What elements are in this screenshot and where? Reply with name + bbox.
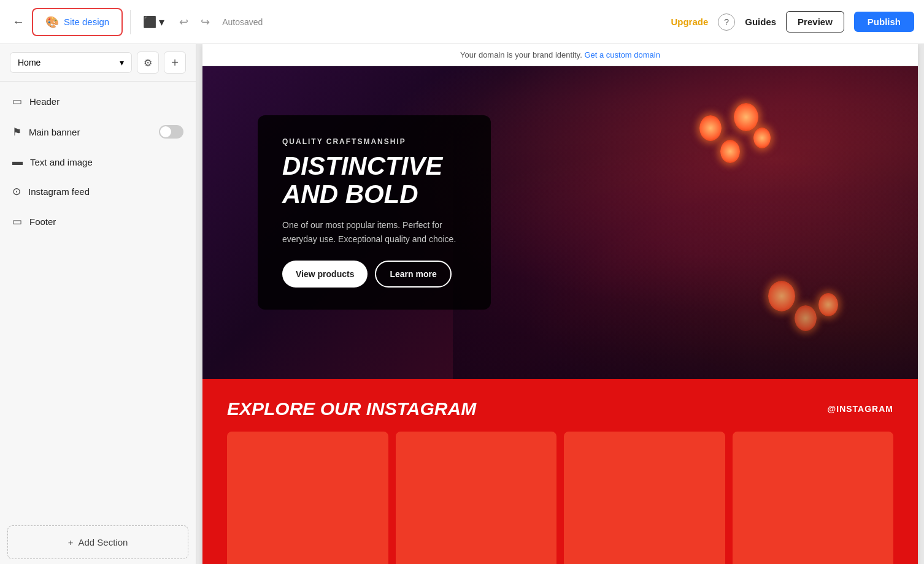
- sidebar-sections: ▭ Header ⚑ Main banner ▬ Text and image …: [0, 82, 196, 520]
- instagram-thumb-1[interactable]: ⊙: [227, 432, 388, 564]
- settings-gear-icon: ⚙: [144, 57, 152, 69]
- sidebar-item-main-banner[interactable]: ⚑ Main banner: [0, 116, 196, 147]
- page-settings-button[interactable]: ⚙: [137, 51, 159, 74]
- instagram-thumb-4[interactable]: ⊙: [733, 432, 894, 564]
- toolbar-left: ← 🎨 Site design ⬛ ▾ ↩ ↪ Autosaved: [10, 8, 263, 36]
- hero-buttons: View products Learn more: [282, 261, 466, 288]
- sidebar-section-label-footer: Footer: [29, 216, 56, 227]
- sidebar-item-header[interactable]: ▭ Header: [0, 86, 196, 116]
- toolbar: ← 🎨 Site design ⬛ ▾ ↩ ↪ Autosaved Upgrad…: [0, 0, 924, 44]
- hero-buildings: [453, 66, 918, 379]
- sidebar-item-instagram-feed[interactable]: ⊙ Instagram feed: [0, 177, 196, 207]
- lantern-3: [734, 103, 758, 131]
- undo-button[interactable]: ↩: [174, 12, 193, 32]
- lantern-5: [768, 281, 795, 311]
- instagram-thumb-3[interactable]: ⊙: [564, 432, 725, 564]
- hero-title: DISTINCTIVE AND BOLD: [282, 152, 466, 208]
- site-design-label: Site design: [64, 17, 109, 27]
- sidebar: Home ▾ ⚙ + ▭ Header ⚑ Main banner: [0, 44, 196, 564]
- add-section-plus-icon: +: [68, 537, 74, 547]
- redo-button[interactable]: ↪: [196, 12, 215, 32]
- guides-button[interactable]: Guides: [745, 17, 776, 27]
- page-select-chevron-icon: ▾: [120, 58, 124, 67]
- instagram-handle: @INSTAGRAM: [828, 404, 893, 414]
- device-chevron-icon: ▾: [159, 15, 164, 29]
- hero-content: QUALITY CRAFTSMANSHIP DISTINCTIVE AND BO…: [258, 115, 491, 310]
- page-select-dropdown[interactable]: Home ▾: [10, 52, 132, 73]
- back-icon: ←: [12, 15, 25, 29]
- main-layout: Home ▾ ⚙ + ▭ Header ⚑ Main banner: [0, 44, 924, 564]
- learn-more-button[interactable]: Learn more: [375, 261, 451, 288]
- sidebar-section-label-main-banner: Main banner: [29, 127, 80, 137]
- lantern-4: [753, 128, 771, 148]
- text-image-icon: ▬: [12, 156, 23, 168]
- instagram-section: EXPLORE OUR INSTAGRAM @INSTAGRAM ⊙ ⊙ ⊙ ⊙: [202, 379, 918, 564]
- instagram-thumb-2[interactable]: ⊙: [396, 432, 557, 564]
- header-icon: ▭: [12, 95, 22, 108]
- publish-button[interactable]: Publish: [854, 12, 914, 32]
- main-banner-toggle[interactable]: [159, 125, 183, 139]
- canvas-area[interactable]: Your domain is your brand identity. Get …: [196, 44, 924, 564]
- site-design-button[interactable]: 🎨 Site design: [32, 8, 123, 36]
- main-banner-icon: ⚑: [12, 126, 21, 139]
- back-button[interactable]: ←: [10, 12, 27, 31]
- sidebar-section-label-text-image: Text and image: [30, 157, 93, 167]
- hero-body: One of our most popular items. Perfect f…: [282, 218, 466, 246]
- add-section-label: Add Section: [78, 537, 128, 547]
- sidebar-section-label-instagram: Instagram feed: [28, 186, 90, 197]
- add-page-button[interactable]: +: [164, 51, 186, 74]
- redo-icon: ↪: [201, 16, 210, 28]
- sidebar-item-footer[interactable]: ▭ Footer: [0, 207, 196, 237]
- footer-icon: ▭: [12, 215, 22, 228]
- hero-section: QUALITY CRAFTSMANSHIP DISTINCTIVE AND BO…: [202, 66, 918, 379]
- help-icon: ?: [724, 17, 729, 27]
- instagram-title: EXPLORE OUR INSTAGRAM: [227, 398, 476, 419]
- device-selector-button[interactable]: ⬛ ▾: [138, 12, 169, 32]
- sidebar-section-label-header: Header: [29, 96, 60, 107]
- lantern-7: [818, 293, 838, 316]
- add-page-icon: +: [171, 56, 179, 70]
- instagram-header: EXPLORE OUR INSTAGRAM @INSTAGRAM: [227, 398, 893, 419]
- domain-bar: Your domain is your brand identity. Get …: [202, 44, 918, 66]
- site-preview: Your domain is your brand identity. Get …: [202, 44, 918, 564]
- upgrade-button[interactable]: Upgrade: [671, 17, 708, 27]
- lantern-6: [795, 305, 817, 331]
- sidebar-item-text-and-image[interactable]: ▬ Text and image: [0, 147, 196, 177]
- hero-subtitle: QUALITY CRAFTSMANSHIP: [282, 137, 466, 146]
- undo-redo-group: ↩ ↪: [174, 12, 215, 32]
- sidebar-top: Home ▾ ⚙ +: [0, 44, 196, 82]
- toolbar-divider: [130, 10, 131, 34]
- help-button[interactable]: ?: [718, 13, 735, 31]
- toolbar-right: Upgrade ? Guides Preview Publish: [671, 11, 914, 32]
- lantern-1: [699, 115, 722, 141]
- preview-button[interactable]: Preview: [786, 11, 844, 32]
- add-section-button[interactable]: + Add Section: [7, 525, 188, 559]
- autosaved-status: Autosaved: [222, 17, 263, 27]
- custom-domain-link[interactable]: Get a custom domain: [584, 50, 660, 59]
- device-icon: ⬛: [143, 15, 156, 29]
- instagram-icon: ⊙: [12, 185, 21, 198]
- domain-bar-text: Your domain is your brand identity.: [460, 50, 582, 59]
- view-products-button[interactable]: View products: [282, 261, 368, 288]
- lantern-2: [720, 140, 740, 163]
- undo-icon: ↩: [179, 16, 188, 28]
- page-select-label: Home: [18, 58, 40, 67]
- site-design-icon: 🎨: [45, 15, 59, 29]
- instagram-grid: ⊙ ⊙ ⊙ ⊙: [227, 432, 893, 564]
